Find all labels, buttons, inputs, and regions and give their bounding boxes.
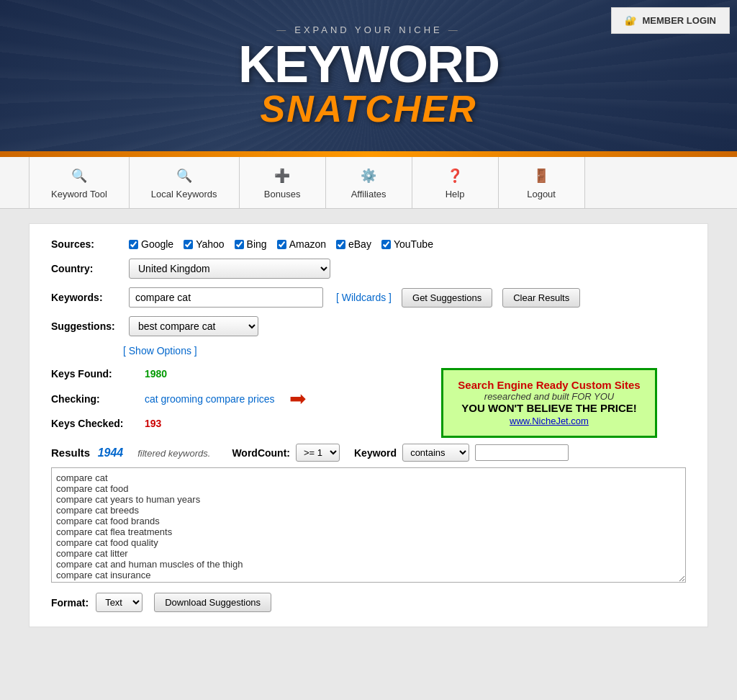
logout-label: Logout	[527, 189, 556, 199]
bonuses-label: Bonuses	[264, 189, 301, 199]
keys-found-label: Keys Found:	[51, 368, 145, 380]
member-login-button[interactable]: 🔐 MEMBER LOGIN	[611, 7, 730, 34]
arrow-icon: ➡	[289, 387, 306, 410]
login-icon: 🔐	[625, 15, 636, 26]
bing-checkbox[interactable]	[235, 240, 244, 249]
keyword-filter: Keyword contains starts with ends with	[354, 444, 569, 462]
ebay-checkbox[interactable]	[336, 240, 345, 249]
sources-checkboxes: Google Yahoo Bing Amazon eBay YouTube	[129, 238, 433, 250]
source-google[interactable]: Google	[129, 238, 173, 250]
show-options-link[interactable]: [ Show Options ]	[123, 345, 686, 356]
logout-icon: 🚪	[531, 166, 551, 186]
get-suggestions-button[interactable]: Get Suggestions	[402, 288, 492, 308]
clear-results-button[interactable]: Clear Results	[502, 288, 580, 308]
yahoo-checkbox[interactable]	[184, 240, 193, 249]
checking-value: cat grooming compare prices	[145, 393, 275, 405]
bonuses-icon: ➕	[272, 166, 292, 186]
nav-tab-help[interactable]: ❓Help	[412, 157, 499, 208]
ad-price: YOU WON'T BELIEVE THE PRICE!	[455, 402, 643, 414]
sources-label: Sources:	[51, 238, 123, 250]
keywords-label: Keywords:	[51, 292, 123, 303]
keys-checked-value: 193	[145, 418, 161, 429]
country-row: Country: United Kingdom United States Ca…	[51, 259, 686, 279]
format-label: Format:	[51, 597, 89, 609]
nav-tab-logout[interactable]: 🚪Logout	[499, 157, 585, 208]
keyword-tool-icon: 🔍	[69, 166, 89, 186]
source-amazon[interactable]: Amazon	[277, 238, 326, 250]
wordcount-select[interactable]: >= 1 >= 2 >= 3	[296, 444, 340, 462]
member-login-label: MEMBER LOGIN	[642, 15, 716, 26]
youtube-label: YouTube	[394, 238, 433, 250]
nav-tab-local-keywords[interactable]: 🔍Local Keywords	[130, 157, 240, 208]
results-count: 1944	[98, 447, 124, 459]
results-subtitle: filtered keywords.	[137, 448, 210, 459]
help-icon: ❓	[445, 166, 465, 186]
yahoo-label: Yahoo	[196, 238, 224, 250]
country-label: Country:	[51, 263, 123, 274]
results-textarea[interactable]: compare cat compare cat food compare cat…	[51, 467, 686, 583]
format-select[interactable]: Text CSV	[96, 593, 143, 612]
bing-label: Bing	[247, 238, 267, 250]
nav-tab-keyword-tool[interactable]: 🔍Keyword Tool	[29, 157, 130, 208]
nav-tab-affiliates[interactable]: ⚙️Affiliates	[326, 157, 412, 208]
stats-ad-section: Keys Found: 1980 Checking: cat grooming …	[51, 368, 686, 429]
wildcards-link[interactable]: [ Wildcards ]	[336, 292, 392, 303]
keywords-row: Keywords: [ Wildcards ] Get Suggestions …	[51, 287, 686, 308]
local-keywords-icon: 🔍	[174, 166, 194, 186]
logo-container: EXPAND YOUR NICHE KEYWORD SNATCHER	[238, 24, 499, 127]
results-subtitle-text: filtered keywords.	[137, 447, 210, 459]
suggestions-label: Suggestions:	[51, 320, 123, 332]
nav-tab-bonuses[interactable]: ➕Bonuses	[240, 157, 326, 208]
orange-bar	[0, 151, 737, 157]
format-row: Format: Text CSV Download Suggestions	[51, 593, 686, 612]
google-checkbox[interactable]	[129, 240, 138, 249]
ad-subtitle: researched and built FOR YOU	[455, 391, 643, 402]
youtube-checkbox[interactable]	[381, 240, 391, 249]
source-youtube[interactable]: YouTube	[381, 238, 433, 250]
wordcount-filter: WordCount: >= 1 >= 2 >= 3	[232, 444, 340, 462]
affiliates-label: Affiliates	[351, 189, 386, 199]
keys-checked-label: Keys Checked:	[51, 418, 145, 429]
local-keywords-label: Local Keywords	[151, 189, 217, 199]
keyword-filter-input[interactable]	[475, 444, 569, 461]
country-select[interactable]: United Kingdom United States Canada Aust…	[129, 259, 330, 279]
logo-snatcher: SNATCHER	[238, 90, 499, 127]
logo-keyword: KEYWORD	[238, 38, 499, 90]
results-label: Results	[51, 447, 90, 459]
keyword-input[interactable]	[129, 287, 323, 308]
contains-select[interactable]: contains starts with ends with	[402, 444, 469, 462]
sources-row: Sources: Google Yahoo Bing Amazon eBay	[51, 238, 686, 250]
nav-tabs-list: 🔍Keyword Tool🔍Local Keywords➕Bonuses⚙️Af…	[29, 157, 708, 208]
checking-label: Checking:	[51, 393, 145, 405]
ad-link[interactable]: www.NicheJet.com	[510, 416, 589, 426]
suggestions-select[interactable]: best compare cat compare cat food cat co…	[129, 316, 258, 336]
ebay-label: eBay	[348, 238, 371, 250]
affiliates-icon: ⚙️	[358, 166, 379, 186]
navigation: 🔍Keyword Tool🔍Local Keywords➕Bonuses⚙️Af…	[0, 157, 737, 209]
keys-found-value: 1980	[145, 368, 167, 380]
header-tagline: EXPAND YOUR NICHE	[238, 24, 499, 35]
suggestions-row: Suggestions: best compare cat compare ca…	[51, 316, 686, 336]
amazon-checkbox[interactable]	[277, 240, 286, 249]
results-title-group: Results 1944	[51, 447, 123, 459]
ad-box: Search Engine Ready Custom Sites researc…	[441, 368, 657, 438]
google-label: Google	[141, 238, 173, 250]
download-suggestions-button[interactable]: Download Suggestions	[154, 593, 271, 612]
main-content: Sources: Google Yahoo Bing Amazon eBay	[29, 223, 708, 627]
keyword-tool-label: Keyword Tool	[51, 189, 107, 199]
wordcount-label: WordCount:	[232, 447, 290, 459]
keyword-filter-label: Keyword	[354, 447, 397, 459]
help-label: Help	[446, 189, 465, 199]
source-yahoo[interactable]: Yahoo	[184, 238, 224, 250]
ad-title: Search Engine Ready Custom Sites	[455, 379, 643, 391]
results-header: Results 1944 filtered keywords. WordCoun…	[51, 444, 686, 462]
source-ebay[interactable]: eBay	[336, 238, 371, 250]
amazon-label: Amazon	[289, 238, 326, 250]
source-bing[interactable]: Bing	[235, 238, 267, 250]
page-header: EXPAND YOUR NICHE KEYWORD SNATCHER 🔐 MEM…	[0, 0, 737, 151]
